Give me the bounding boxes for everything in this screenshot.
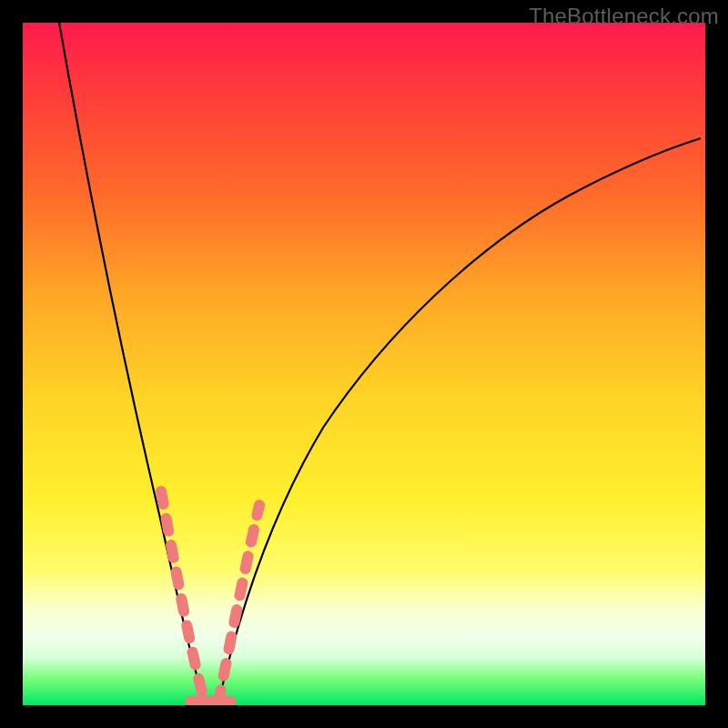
bottleneck-curve	[23, 23, 705, 705]
watermark-label: TheBottleneck.com	[529, 4, 719, 29]
curve-right-branch	[218, 138, 701, 703]
optimum-highlight-left	[161, 491, 205, 703]
optimum-highlight-right	[218, 505, 259, 703]
